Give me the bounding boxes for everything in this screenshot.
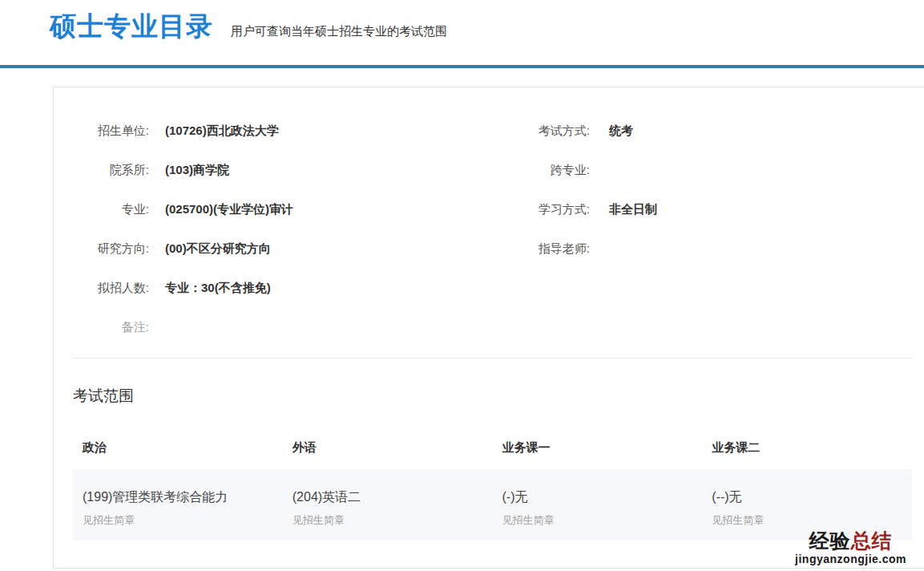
details-right-column: 考试方式: 统考 跨专业: 学习方式: 非全日制 指导老师: bbox=[526, 111, 912, 347]
subject-name: (204)英语二 bbox=[293, 489, 493, 504]
field-label: 专业: bbox=[73, 202, 149, 217]
field-row-advisor: 指导老师: bbox=[526, 229, 912, 269]
subject-name: (199)管理类联考综合能力 bbox=[83, 489, 283, 504]
field-label: 考试方式: bbox=[526, 124, 590, 139]
watermark-text: 经验总结 bbox=[795, 531, 906, 551]
field-label: 研究方向: bbox=[73, 241, 149, 257]
field-row-planned-enrollment: 拟招人数: 专业：30(不含推免) bbox=[73, 269, 526, 308]
page-title: 硕士专业目录 bbox=[50, 11, 213, 42]
field-row-remarks: 备注: bbox=[73, 308, 526, 347]
field-label: 跨专业: bbox=[526, 163, 590, 178]
field-label: 院系所: bbox=[73, 163, 149, 178]
watermark-domain: jingyanzongjie.com bbox=[795, 553, 906, 565]
field-label: 招生单位: bbox=[73, 124, 149, 139]
field-value: 非全日制 bbox=[609, 202, 657, 217]
exam-cell-course-two: (--)无 见招生简章 bbox=[702, 489, 912, 528]
subject-name: (--)无 bbox=[712, 489, 912, 504]
page-header: 硕士专业目录 用户可查询当年硕士招生专业的考试范围 bbox=[0, 0, 924, 65]
field-row-exam-method: 考试方式: 统考 bbox=[526, 111, 912, 151]
exam-scope-title: 考试范围 bbox=[73, 386, 912, 407]
field-row-study-mode: 学习方式: 非全日制 bbox=[526, 190, 912, 229]
subject-note: 见招生简章 bbox=[712, 513, 912, 528]
details-left-column: 招生单位: (10726)西北政法大学 院系所: (103)商学院 专业: (0… bbox=[73, 111, 526, 347]
exam-table-row: (199)管理类联考综合能力 见招生简章 (204)英语二 见招生简章 (-)无… bbox=[73, 469, 912, 541]
field-value: (103)商学院 bbox=[165, 163, 229, 178]
field-label: 指导老师: bbox=[526, 241, 590, 257]
subject-note: 见招生简章 bbox=[293, 513, 493, 528]
exam-column-politics: 政治 bbox=[73, 440, 283, 456]
detail-card: 招生单位: (10726)西北政法大学 院系所: (103)商学院 专业: (0… bbox=[53, 87, 924, 569]
field-row-admission-unit: 招生单位: (10726)西北政法大学 bbox=[73, 111, 526, 151]
field-row-department: 院系所: (103)商学院 bbox=[73, 151, 526, 190]
watermark-text-black: 经验 bbox=[809, 529, 851, 552]
subject-name: (-)无 bbox=[502, 489, 703, 504]
exam-cell-foreign-language: (204)英语二 见招生简章 bbox=[283, 489, 493, 528]
exam-column-course-two: 业务课二 bbox=[702, 440, 912, 456]
page-subtitle: 用户可查询当年硕士招生专业的考试范围 bbox=[231, 24, 447, 39]
subject-note: 见招生简章 bbox=[502, 513, 703, 528]
subject-note: 见招生简章 bbox=[83, 513, 283, 528]
exam-cell-politics: (199)管理类联考综合能力 见招生简章 bbox=[73, 489, 283, 528]
field-value: 统考 bbox=[609, 124, 633, 139]
field-row-cross-major: 跨专业: bbox=[526, 151, 912, 190]
header-accent-line bbox=[0, 65, 924, 68]
field-row-research-direction: 研究方向: (00)不区分研究方向 bbox=[73, 229, 526, 269]
field-value: (10726)西北政法大学 bbox=[165, 124, 279, 139]
field-value: (025700)(专业学位)审计 bbox=[165, 202, 293, 217]
exam-table-header: 政治 外语 业务课一 业务课二 bbox=[73, 440, 912, 456]
watermark-text-red: 总结 bbox=[851, 529, 893, 552]
field-value: 专业：30(不含推免) bbox=[165, 281, 271, 296]
field-label: 拟招人数: bbox=[73, 281, 149, 296]
exam-column-course-one: 业务课一 bbox=[493, 440, 703, 456]
field-label: 备注: bbox=[73, 320, 149, 335]
field-value: (00)不区分研究方向 bbox=[165, 241, 271, 257]
exam-cell-course-one: (-)无 见招生简章 bbox=[493, 489, 703, 528]
field-label: 学习方式: bbox=[526, 202, 590, 217]
watermark: 经验总结 jingyanzongjie.com bbox=[795, 531, 906, 565]
program-details: 招生单位: (10726)西北政法大学 院系所: (103)商学院 专业: (0… bbox=[73, 111, 912, 347]
main-content: 招生单位: (10726)西北政法大学 院系所: (103)商学院 专业: (0… bbox=[0, 87, 924, 569]
field-row-major: 专业: (025700)(专业学位)审计 bbox=[73, 190, 526, 229]
exam-column-foreign-language: 外语 bbox=[283, 440, 493, 456]
section-divider bbox=[73, 358, 912, 358]
